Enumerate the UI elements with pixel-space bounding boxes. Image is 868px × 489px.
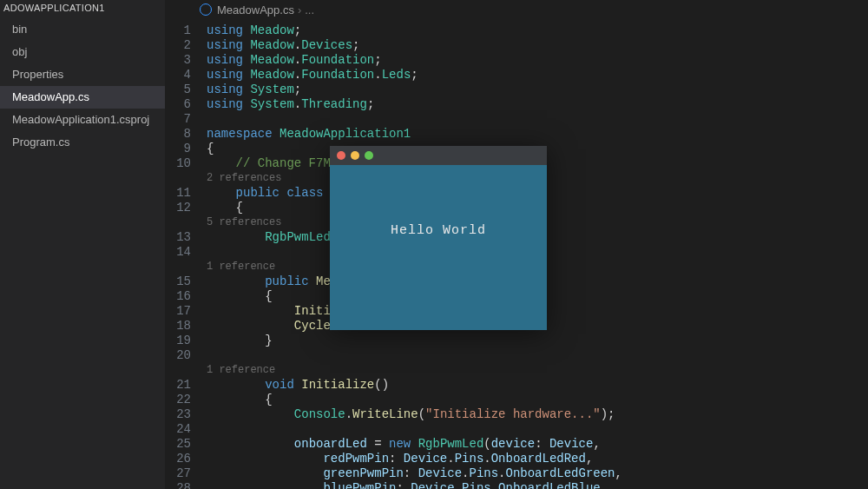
code-line[interactable]: using Meadow.Foundation.Leds; <box>207 68 868 83</box>
line-number: 6 <box>165 97 191 112</box>
line-number: 12 <box>165 201 191 215</box>
line-number: 7 <box>165 112 191 127</box>
line-number: 5 <box>165 83 191 97</box>
code-line[interactable]: { <box>207 393 868 407</box>
line-number: 18 <box>165 319 191 334</box>
line-number-gutter: 1234567891011121314151617181920212223242… <box>165 23 207 489</box>
codelens-references[interactable]: 1 reference <box>207 363 868 378</box>
simulator-display: Hello World <box>330 165 547 330</box>
sidebar-item-meadowapp-cs[interactable]: MeadowApp.cs <box>0 86 165 109</box>
code-line[interactable]: namespace MeadowApplication1 <box>207 127 868 142</box>
line-number: 3 <box>165 53 191 68</box>
line-number: 22 <box>165 393 191 407</box>
line-number: 11 <box>165 186 191 201</box>
code-line[interactable]: Console.WriteLine("Initialize hardware..… <box>207 407 868 422</box>
line-number: 4 <box>165 68 191 83</box>
line-number: 25 <box>165 437 191 452</box>
sidebar-item-properties[interactable]: Properties <box>0 63 165 86</box>
sidebar-item-meadowapplication1-csproj[interactable]: MeadowApplication1.csproj <box>0 109 165 131</box>
line-number: 13 <box>165 230 191 245</box>
code-line[interactable]: bluePwmPin: Device.Pins.OnboardLedBlue, <box>207 481 868 489</box>
code-line[interactable] <box>207 112 868 127</box>
window-titlebar[interactable] <box>330 146 547 165</box>
line-number: 26 <box>165 452 191 466</box>
code-line[interactable]: using Meadow.Foundation; <box>207 53 868 68</box>
line-number: 24 <box>165 422 191 437</box>
close-icon[interactable] <box>337 151 345 160</box>
line-number: 23 <box>165 407 191 422</box>
code-line[interactable]: greenPwmPin: Device.Pins.OnboardLedGreen… <box>207 466 868 481</box>
csharp-file-icon <box>200 3 212 16</box>
code-line[interactable] <box>207 348 868 363</box>
simulator-window[interactable]: Hello World <box>330 146 547 330</box>
code-line[interactable]: redPwmPin: Device.Pins.OnboardLedRed, <box>207 452 868 466</box>
line-number: 17 <box>165 304 191 319</box>
line-number: 8 <box>165 127 191 142</box>
line-number: 19 <box>165 334 191 348</box>
project-name-header: ADOWAPPLICATION1 <box>0 0 165 18</box>
line-number: 2 <box>165 38 191 53</box>
line-number: 21 <box>165 378 191 393</box>
file-explorer-sidebar: ADOWAPPLICATION1 binobjPropertiesMeadowA… <box>0 0 165 489</box>
line-number: 14 <box>165 245 191 260</box>
breadcrumb-filename[interactable]: MeadowApp.cs <box>217 3 294 17</box>
breadcrumb-rest[interactable]: ... <box>305 3 314 17</box>
sidebar-item-bin[interactable]: bin <box>0 18 165 41</box>
code-line[interactable]: using System.Threading; <box>207 97 868 112</box>
breadcrumb-separator: › <box>298 3 301 17</box>
display-text: Hello World <box>391 223 486 238</box>
line-number: 20 <box>165 348 191 363</box>
line-number: 27 <box>165 466 191 481</box>
minimize-icon[interactable] <box>351 151 359 160</box>
maximize-icon[interactable] <box>365 151 373 160</box>
line-number: 10 <box>165 156 191 171</box>
breadcrumb-bar[interactable]: MeadowApp.cs › ... <box>165 0 868 19</box>
line-number: 15 <box>165 274 191 289</box>
line-number: 9 <box>165 142 191 156</box>
sidebar-item-obj[interactable]: obj <box>0 41 165 63</box>
line-number: 28 <box>165 481 191 489</box>
line-number: 1 <box>165 23 191 38</box>
code-line[interactable]: } <box>207 334 868 348</box>
code-line[interactable] <box>207 422 868 437</box>
code-line[interactable]: using Meadow; <box>207 23 868 38</box>
code-line[interactable]: using System; <box>207 83 868 97</box>
line-number: 16 <box>165 289 191 304</box>
sidebar-item-program-cs[interactable]: Program.cs <box>0 131 165 154</box>
code-line[interactable]: using Meadow.Devices; <box>207 38 868 53</box>
code-line[interactable]: void Initialize() <box>207 378 868 393</box>
code-line[interactable]: onboardLed = new RgbPwmLed(device: Devic… <box>207 437 868 452</box>
